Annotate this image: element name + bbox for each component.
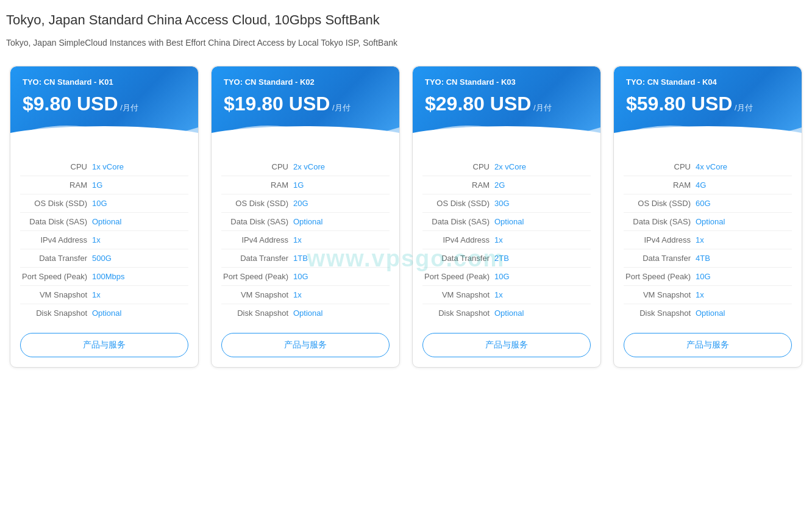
card-k01: TYO: CN Standard - K01$9.80 USD /月付CPU1x… (10, 66, 199, 368)
spec-row-k02-3: Data Disk (SAS)Optional (221, 213, 390, 231)
spec-row-k03-3: Data Disk (SAS)Optional (422, 213, 591, 231)
spec-row-k01-1: RAM1G (20, 176, 188, 194)
order-button-k04[interactable]: 产品与服务 (624, 333, 792, 357)
spec-row-k04-5: Data Transfer4TB (624, 249, 792, 268)
spec-value-k02-7: 1x (293, 290, 390, 299)
spec-row-k01-2: OS Disk (SSD)10G (20, 194, 188, 213)
spec-value-k01-5: 500G (92, 254, 188, 263)
price-k02: $19.80 USD /月付 (224, 93, 387, 115)
spec-row-k03-2: OS Disk (SSD)30G (422, 194, 591, 213)
spec-value-k01-8: Optional (92, 308, 188, 318)
price-unit-k03: /月付 (531, 103, 551, 112)
spec-label-k03-8: Disk Snapshot (422, 308, 490, 318)
spec-label-k01-0: CPU (20, 162, 87, 171)
card-header-k02: TYO: CN Standard - K02$19.80 USD /月付 (212, 66, 399, 146)
price-value-k02: $19.80 USD (224, 93, 330, 115)
spec-value-k01-6: 100Mbps (92, 272, 188, 281)
spec-label-k02-0: CPU (221, 162, 288, 171)
spec-label-k04-0: CPU (624, 162, 691, 171)
plan-name-k04: TYO: CN Standard - K04 (626, 77, 789, 87)
spec-label-k04-4: IPv4 Address (624, 235, 691, 244)
spec-label-k03-4: IPv4 Address (422, 235, 490, 244)
spec-value-k04-2: 60G (696, 199, 792, 208)
spec-row-k01-4: IPv4 Address1x (20, 231, 188, 249)
spec-label-k02-7: VM Snapshot (221, 290, 288, 299)
spec-label-k02-4: IPv4 Address (221, 235, 288, 244)
spec-label-k04-6: Port Speed (Peak) (624, 272, 691, 281)
spec-value-k04-0: 4x vCore (696, 162, 792, 171)
spec-value-k03-1: 2G (494, 180, 591, 190)
spec-label-k04-2: OS Disk (SSD) (624, 199, 691, 208)
spec-label-k04-7: VM Snapshot (624, 290, 691, 299)
order-button-k03[interactable]: 产品与服务 (422, 333, 591, 357)
spec-label-k02-1: RAM (221, 180, 288, 190)
spec-row-k04-3: Data Disk (SAS)Optional (624, 213, 792, 231)
spec-label-k04-5: Data Transfer (624, 254, 691, 263)
price-unit-k01: /月付 (118, 103, 138, 112)
spec-label-k02-3: Data Disk (SAS) (221, 217, 288, 226)
spec-value-k04-3: Optional (696, 217, 792, 226)
spec-label-k03-5: Data Transfer (422, 254, 490, 263)
wave-decoration (413, 118, 600, 146)
spec-label-k01-4: IPv4 Address (20, 235, 87, 244)
spec-row-k03-8: Disk SnapshotOptional (422, 304, 591, 322)
cards-container: TYO: CN Standard - K01$9.80 USD /月付CPU1x… (6, 66, 806, 368)
spec-row-k03-5: Data Transfer2TB (422, 249, 591, 268)
spec-label-k01-8: Disk Snapshot (20, 308, 87, 318)
spec-row-k02-8: Disk SnapshotOptional (221, 304, 390, 322)
spec-row-k04-8: Disk SnapshotOptional (624, 304, 792, 322)
spec-row-k02-7: VM Snapshot1x (221, 286, 390, 304)
spec-label-k01-6: Port Speed (Peak) (20, 272, 87, 281)
spec-value-k04-7: 1x (696, 290, 792, 299)
spec-row-k04-7: VM Snapshot1x (624, 286, 792, 304)
spec-value-k01-7: 1x (92, 290, 188, 299)
spec-value-k03-2: 30G (494, 199, 591, 208)
spec-label-k02-2: OS Disk (SSD) (221, 199, 288, 208)
spec-value-k01-4: 1x (92, 235, 188, 244)
spec-label-k02-5: Data Transfer (221, 254, 288, 263)
wave-decoration (212, 118, 399, 146)
card-k04: TYO: CN Standard - K04$59.80 USD /月付CPU4… (613, 66, 802, 368)
spec-value-k03-7: 1x (494, 290, 591, 299)
card-body-k02: CPU2x vCoreRAM1GOS Disk (SSD)20GData Dis… (212, 146, 399, 367)
price-unit-k04: /月付 (732, 103, 752, 112)
spec-row-k01-5: Data Transfer500G (20, 249, 188, 268)
card-header-k03: TYO: CN Standard - K03$29.80 USD /月付 (413, 66, 600, 146)
plan-name-k03: TYO: CN Standard - K03 (425, 77, 588, 87)
page-title: Tokyo, Japan Standard China Access Cloud… (6, 12, 806, 28)
spec-label-k03-1: RAM (422, 180, 490, 190)
spec-row-k03-1: RAM2G (422, 176, 591, 194)
card-k03: TYO: CN Standard - K03$29.80 USD /月付CPU2… (412, 66, 601, 368)
spec-row-k02-0: CPU2x vCore (221, 158, 390, 176)
price-k03: $29.80 USD /月付 (425, 93, 588, 115)
order-button-k01[interactable]: 产品与服务 (20, 333, 188, 357)
order-button-k02[interactable]: 产品与服务 (221, 333, 390, 357)
plan-name-k02: TYO: CN Standard - K02 (224, 77, 387, 87)
spec-row-k03-7: VM Snapshot1x (422, 286, 591, 304)
spec-value-k01-2: 10G (92, 199, 188, 208)
spec-value-k01-3: Optional (92, 217, 188, 226)
spec-row-k02-5: Data Transfer1TB (221, 249, 390, 268)
spec-value-k02-6: 10G (293, 272, 390, 281)
spec-row-k03-0: CPU2x vCore (422, 158, 591, 176)
spec-label-k03-7: VM Snapshot (422, 290, 490, 299)
spec-value-k04-1: 4G (696, 180, 792, 190)
spec-value-k04-4: 1x (696, 235, 792, 244)
spec-value-k01-1: 1G (92, 180, 188, 190)
spec-row-k04-6: Port Speed (Peak)10G (624, 268, 792, 286)
price-value-k01: $9.80 USD (23, 93, 118, 115)
spec-label-k04-3: Data Disk (SAS) (624, 217, 691, 226)
spec-value-k02-5: 1TB (293, 254, 390, 263)
spec-label-k01-7: VM Snapshot (20, 290, 87, 299)
price-value-k04: $59.80 USD (626, 93, 732, 115)
spec-row-k01-8: Disk SnapshotOptional (20, 304, 188, 322)
spec-label-k04-1: RAM (624, 180, 691, 190)
price-k01: $9.80 USD /月付 (23, 93, 186, 115)
wave-decoration (10, 118, 198, 146)
spec-row-k02-2: OS Disk (SSD)20G (221, 194, 390, 213)
spec-label-k03-3: Data Disk (SAS) (422, 217, 490, 226)
price-unit-k02: /月付 (330, 103, 350, 112)
spec-label-k01-3: Data Disk (SAS) (20, 217, 87, 226)
spec-label-k03-6: Port Speed (Peak) (422, 272, 490, 281)
spec-row-k01-3: Data Disk (SAS)Optional (20, 213, 188, 231)
